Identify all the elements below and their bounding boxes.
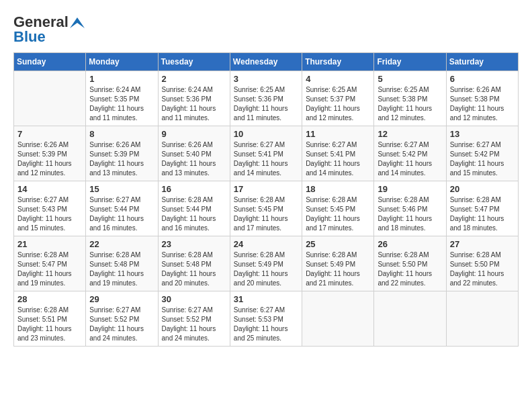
sunrise-text: Sunrise: 6:28 AM	[306, 195, 370, 205]
day-number: 14	[17, 184, 82, 194]
daylight-text-2: and 14 minutes.	[234, 169, 298, 178]
daylight-text-1: Daylight: 11 hours	[162, 214, 226, 224]
calendar-cell: 3Sunrise: 6:25 AMSunset: 5:36 PMDaylight…	[230, 71, 302, 126]
sunrise-text: Sunrise: 6:27 AM	[234, 306, 298, 315]
daylight-text-2: and 17 minutes.	[234, 224, 298, 233]
calendar-cell: 30Sunrise: 6:27 AMSunset: 5:52 PMDayligh…	[158, 291, 230, 347]
weekday-header-wednesday: Wednesday	[230, 53, 302, 71]
sunset-text: Sunset: 5:49 PM	[234, 260, 298, 269]
sunrise-text: Sunrise: 6:24 AM	[162, 85, 226, 95]
day-number: 15	[89, 184, 154, 194]
daylight-text-1: Daylight: 11 hours	[450, 104, 515, 113]
sunrise-text: Sunrise: 6:27 AM	[162, 306, 226, 315]
calendar-cell	[374, 291, 446, 347]
calendar-table: SundayMondayTuesdayWednesdayThursdayFrid…	[13, 52, 519, 347]
page-header: General Blue	[13, 13, 519, 46]
calendar-cell: 13Sunrise: 6:27 AMSunset: 5:42 PMDayligh…	[446, 126, 518, 181]
day-number: 29	[89, 294, 154, 304]
calendar-cell: 8Sunrise: 6:26 AMSunset: 5:39 PMDaylight…	[86, 126, 158, 181]
calendar-cell: 9Sunrise: 6:26 AMSunset: 5:40 PMDaylight…	[158, 126, 230, 181]
daylight-text-2: and 12 minutes.	[17, 169, 82, 178]
daylight-text-2: and 19 minutes.	[89, 279, 154, 288]
calendar-cell: 26Sunrise: 6:28 AMSunset: 5:50 PMDayligh…	[374, 236, 446, 291]
calendar-cell: 4Sunrise: 6:25 AMSunset: 5:37 PMDaylight…	[302, 71, 374, 126]
sunset-text: Sunset: 5:47 PM	[450, 205, 515, 214]
sunrise-text: Sunrise: 6:28 AM	[306, 250, 370, 260]
day-number: 1	[89, 74, 154, 84]
day-number: 16	[162, 184, 226, 194]
sunset-text: Sunset: 5:50 PM	[450, 260, 515, 269]
day-number: 12	[378, 129, 442, 139]
calendar-cell: 31Sunrise: 6:27 AMSunset: 5:53 PMDayligh…	[230, 291, 302, 347]
daylight-text-2: and 14 minutes.	[306, 169, 370, 178]
sunrise-text: Sunrise: 6:25 AM	[234, 85, 298, 95]
calendar-cell: 14Sunrise: 6:27 AMSunset: 5:43 PMDayligh…	[14, 181, 86, 236]
svg-marker-0	[70, 17, 85, 28]
daylight-text-1: Daylight: 11 hours	[378, 214, 442, 224]
daylight-text-1: Daylight: 11 hours	[378, 159, 442, 169]
calendar-cell: 16Sunrise: 6:28 AMSunset: 5:44 PMDayligh…	[158, 181, 230, 236]
daylight-text-1: Daylight: 11 hours	[234, 269, 298, 279]
daylight-text-1: Daylight: 11 hours	[162, 104, 226, 113]
daylight-text-1: Daylight: 11 hours	[234, 104, 298, 113]
daylight-text-1: Daylight: 11 hours	[17, 324, 82, 334]
calendar-cell: 22Sunrise: 6:28 AMSunset: 5:48 PMDayligh…	[86, 236, 158, 291]
daylight-text-2: and 20 minutes.	[162, 279, 226, 288]
daylight-text-2: and 20 minutes.	[234, 279, 298, 288]
daylight-text-1: Daylight: 11 hours	[17, 269, 82, 279]
calendar-cell: 5Sunrise: 6:25 AMSunset: 5:38 PMDaylight…	[374, 71, 446, 126]
day-number: 11	[306, 129, 370, 139]
day-number: 8	[89, 129, 154, 139]
calendar-cell: 12Sunrise: 6:27 AMSunset: 5:42 PMDayligh…	[374, 126, 446, 181]
daylight-text-1: Daylight: 11 hours	[306, 104, 370, 113]
calendar-cell: 10Sunrise: 6:27 AMSunset: 5:41 PMDayligh…	[230, 126, 302, 181]
daylight-text-2: and 24 minutes.	[162, 334, 226, 343]
calendar-cell	[14, 71, 86, 126]
day-number: 7	[17, 129, 82, 139]
sunset-text: Sunset: 5:46 PM	[378, 205, 442, 214]
calendar-week-row: 28Sunrise: 6:28 AMSunset: 5:51 PMDayligh…	[14, 291, 519, 347]
weekday-header-tuesday: Tuesday	[158, 53, 230, 71]
daylight-text-1: Daylight: 11 hours	[378, 269, 442, 279]
daylight-text-1: Daylight: 11 hours	[162, 159, 226, 169]
daylight-text-2: and 24 minutes.	[89, 334, 154, 343]
weekday-header-friday: Friday	[374, 53, 446, 71]
day-number: 9	[162, 129, 226, 139]
calendar-cell: 23Sunrise: 6:28 AMSunset: 5:48 PMDayligh…	[158, 236, 230, 291]
daylight-text-2: and 12 minutes.	[306, 113, 370, 123]
daylight-text-1: Daylight: 11 hours	[234, 159, 298, 169]
calendar-cell: 18Sunrise: 6:28 AMSunset: 5:45 PMDayligh…	[302, 181, 374, 236]
daylight-text-1: Daylight: 11 hours	[450, 269, 515, 279]
sunset-text: Sunset: 5:48 PM	[89, 260, 154, 269]
sunset-text: Sunset: 5:38 PM	[378, 95, 442, 104]
daylight-text-2: and 13 minutes.	[89, 169, 154, 178]
weekday-header-row: SundayMondayTuesdayWednesdayThursdayFrid…	[14, 53, 519, 71]
calendar-cell: 7Sunrise: 6:26 AMSunset: 5:39 PMDaylight…	[14, 126, 86, 181]
daylight-text-2: and 15 minutes.	[450, 169, 515, 178]
day-number: 3	[234, 74, 298, 84]
daylight-text-1: Daylight: 11 hours	[450, 159, 515, 169]
sunrise-text: Sunrise: 6:27 AM	[89, 306, 154, 315]
sunrise-text: Sunrise: 6:28 AM	[450, 250, 515, 260]
daylight-text-1: Daylight: 11 hours	[450, 214, 515, 224]
sunset-text: Sunset: 5:44 PM	[162, 205, 226, 214]
day-number: 5	[378, 74, 442, 84]
sunrise-text: Sunrise: 6:26 AM	[89, 140, 154, 150]
day-number: 2	[162, 74, 226, 84]
day-number: 24	[234, 239, 298, 249]
sunset-text: Sunset: 5:49 PM	[306, 260, 370, 269]
sunrise-text: Sunrise: 6:26 AM	[162, 140, 226, 150]
daylight-text-2: and 18 minutes.	[378, 224, 442, 233]
logo-blue-text: Blue	[13, 28, 46, 46]
sunrise-text: Sunrise: 6:27 AM	[17, 195, 82, 205]
sunset-text: Sunset: 5:36 PM	[162, 95, 226, 104]
weekday-header-saturday: Saturday	[446, 53, 518, 71]
day-number: 17	[234, 184, 298, 194]
calendar-week-row: 1Sunrise: 6:24 AMSunset: 5:35 PMDaylight…	[14, 71, 519, 126]
daylight-text-2: and 22 minutes.	[450, 279, 515, 288]
daylight-text-1: Daylight: 11 hours	[162, 269, 226, 279]
day-number: 25	[306, 239, 370, 249]
sunset-text: Sunset: 5:51 PM	[17, 315, 82, 324]
sunrise-text: Sunrise: 6:28 AM	[162, 250, 226, 260]
day-number: 21	[17, 239, 82, 249]
